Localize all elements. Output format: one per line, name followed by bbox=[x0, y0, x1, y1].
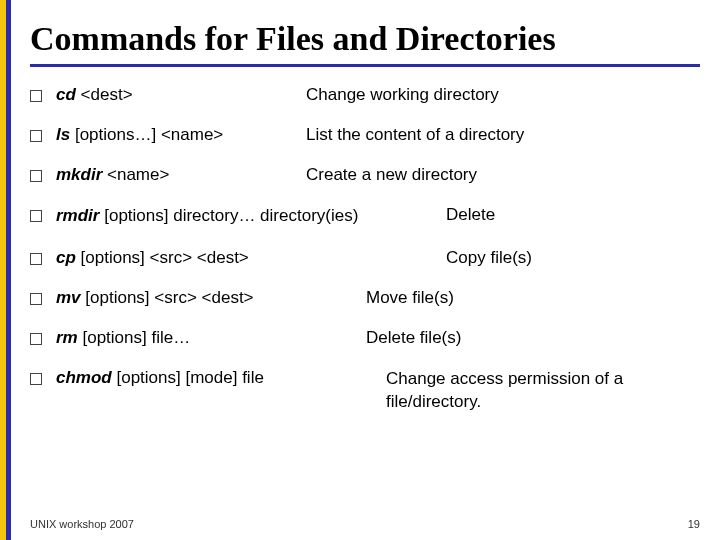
command-name: ls bbox=[56, 125, 70, 144]
command-name: cd bbox=[56, 85, 76, 104]
list-item: ls [options…] <name> List the content of… bbox=[30, 125, 700, 145]
list-item: rmdir [options] directory… directory(ies… bbox=[30, 205, 700, 228]
command-name: mv bbox=[56, 288, 81, 307]
command-desc: Copy file(s) bbox=[366, 248, 700, 268]
command-syntax: rmdir [options] directory… directory(ies… bbox=[56, 205, 366, 228]
command-args: [options] <src> <dest> bbox=[85, 288, 253, 307]
bullet-icon bbox=[30, 130, 42, 142]
command-args: <name> bbox=[107, 165, 169, 184]
bullet-icon bbox=[30, 210, 42, 222]
footer-text: UNIX workshop 2007 bbox=[30, 518, 134, 530]
command-name: chmod bbox=[56, 368, 112, 387]
command-desc: Move file(s) bbox=[366, 288, 700, 308]
command-syntax: cd <dest> bbox=[56, 85, 306, 105]
command-name: cp bbox=[56, 248, 76, 267]
command-desc: Delete bbox=[366, 205, 700, 225]
bullet-icon bbox=[30, 373, 42, 385]
command-name: mkdir bbox=[56, 165, 102, 184]
command-args: [options] <src> <dest> bbox=[81, 248, 249, 267]
command-list: cd <dest> Change working directory ls [o… bbox=[30, 85, 700, 414]
command-syntax: cp [options] <src> <dest> bbox=[56, 248, 366, 268]
list-item: mv [options] <src> <dest> Move file(s) bbox=[30, 288, 700, 308]
command-desc: List the content of a directory bbox=[306, 125, 700, 145]
slide-title: Commands for Files and Directories bbox=[30, 20, 700, 58]
command-args: [options] [mode] file bbox=[116, 368, 263, 387]
command-syntax: mv [options] <src> <dest> bbox=[56, 288, 366, 308]
command-args: [options] directory… directory(ies) bbox=[104, 206, 358, 225]
command-desc: Change access permission of a file/direc… bbox=[386, 368, 700, 414]
page-number: 19 bbox=[688, 518, 700, 530]
bullet-icon bbox=[30, 90, 42, 102]
list-item: cd <dest> Change working directory bbox=[30, 85, 700, 105]
command-desc: Delete file(s) bbox=[366, 328, 700, 348]
bullet-icon bbox=[30, 293, 42, 305]
command-desc: Create a new directory bbox=[306, 165, 700, 185]
list-item: mkdir <name> Create a new directory bbox=[30, 165, 700, 185]
command-name: rm bbox=[56, 328, 78, 347]
title-underline bbox=[30, 64, 700, 67]
command-syntax: mkdir <name> bbox=[56, 165, 306, 185]
bullet-icon bbox=[30, 333, 42, 345]
command-syntax: chmod [options] [mode] file bbox=[56, 368, 386, 388]
command-desc: Change working directory bbox=[306, 85, 700, 105]
bullet-icon bbox=[30, 253, 42, 265]
command-args: [options] file… bbox=[82, 328, 190, 347]
command-name: rmdir bbox=[56, 206, 99, 225]
command-syntax: ls [options…] <name> bbox=[56, 125, 306, 145]
command-syntax: rm [options] file… bbox=[56, 328, 366, 348]
command-args: <dest> bbox=[81, 85, 133, 104]
list-item: chmod [options] [mode] file Change acces… bbox=[30, 368, 700, 414]
list-item: cp [options] <src> <dest> Copy file(s) bbox=[30, 248, 700, 268]
accent-stripe-blue bbox=[6, 0, 11, 540]
bullet-icon bbox=[30, 170, 42, 182]
list-item: rm [options] file… Delete file(s) bbox=[30, 328, 700, 348]
slide-content: Commands for Files and Directories cd <d… bbox=[30, 20, 700, 520]
command-args: [options…] <name> bbox=[75, 125, 223, 144]
